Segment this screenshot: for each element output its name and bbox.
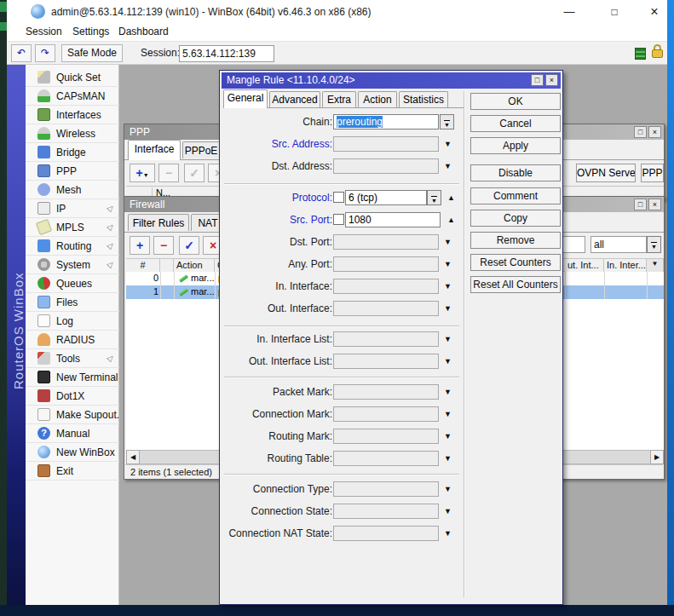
firewall-maximize-icon[interactable]: □ — [634, 199, 647, 210]
sidebar-item-bridge[interactable]: Bridge — [26, 143, 119, 162]
chain-combo-button[interactable]: ▼ — [440, 114, 454, 130]
dropdown-icon[interactable]: ▼ — [444, 282, 452, 291]
tab-extra[interactable]: Extra — [322, 91, 356, 107]
firewall-close-icon[interactable]: × — [648, 199, 661, 210]
sidebar-item-interfaces[interactable]: Interfaces — [26, 106, 119, 124]
dialog-maximize-icon[interactable]: □ — [531, 74, 544, 86]
any-port-input[interactable] — [333, 256, 439, 272]
ppp-maximize-icon[interactable]: □ — [634, 126, 647, 138]
dropdown-icon[interactable]: ▼ — [444, 388, 452, 396]
sidebar-item-quick-set[interactable]: Quick Set — [26, 68, 119, 87]
dialog-titlebar[interactable]: Mangle Rule <11.10.4.0/24> — [222, 72, 561, 89]
sidebar-item-ip[interactable]: IP▷ — [26, 199, 119, 218]
dropdown-icon[interactable]: ▼ — [444, 485, 452, 493]
sidebar-item-ppp[interactable]: PPP — [26, 162, 119, 181]
sidebar-item-wireless[interactable]: Wireless — [26, 124, 119, 143]
dialog-close-icon[interactable]: × — [545, 74, 558, 86]
routing-mark-input[interactable] — [333, 429, 439, 444]
dropdown-icon[interactable]: ▼ — [444, 140, 452, 148]
firewall-remove-button[interactable]: − — [153, 236, 174, 255]
sidebar-item-make-supout[interactable]: Make Supout.rif — [26, 406, 119, 424]
reset-counters-button[interactable]: Reset Counters — [470, 254, 561, 271]
tab-general[interactable]: General — [223, 89, 268, 108]
sidebar-item-tools[interactable]: Tools▷ — [26, 349, 119, 368]
sidebar-item-mesh[interactable]: Mesh — [26, 181, 119, 199]
close-button[interactable]: × — [642, 3, 667, 20]
dst-address-input[interactable] — [333, 158, 439, 174]
collapse-icon[interactable]: ▲ — [447, 193, 455, 202]
column-select-icon[interactable]: ▼ — [647, 259, 664, 273]
sidebar-item-dot1x[interactable]: Dot1X — [26, 387, 119, 406]
packet-mark-input[interactable] — [333, 384, 439, 400]
ppp-remove-button[interactable]: − — [158, 164, 179, 182]
scroll-right-icon[interactable]: ▶ — [650, 450, 664, 464]
connection-type-input[interactable] — [333, 481, 439, 497]
sidebar-item-new-winbox[interactable]: New WinBox — [26, 443, 119, 462]
ppp-enable-button[interactable]: ✓ — [184, 164, 205, 182]
apply-button[interactable]: Apply — [470, 137, 561, 154]
remove-button[interactable]: Remove — [470, 232, 561, 249]
tab-advanced[interactable]: Advanced — [269, 91, 320, 107]
src-port-input[interactable]: 1080 — [345, 212, 441, 227]
tab-statistics[interactable]: Statistics — [399, 91, 448, 107]
ok-button[interactable]: OK — [470, 93, 561, 110]
menu-settings[interactable]: Settings — [72, 26, 109, 37]
dropdown-icon[interactable]: ▼ — [444, 335, 452, 343]
src-address-input[interactable] — [333, 136, 439, 152]
sidebar-item-new-terminal[interactable]: New Terminal — [26, 368, 119, 387]
connection-state-input[interactable] — [333, 504, 439, 519]
sidebar-item-files[interactable]: Files — [26, 293, 119, 312]
sidebar-item-mpls[interactable]: MPLS▷ — [26, 218, 119, 237]
out-interface-list-input[interactable] — [333, 354, 439, 369]
firewall-chain-filter-dropdown[interactable]: all — [590, 236, 647, 253]
tab-action[interactable]: Action — [358, 91, 397, 107]
firewall-add-button[interactable]: + — [130, 236, 150, 255]
dropdown-icon[interactable]: ▼ — [444, 357, 452, 366]
sidebar-item-log[interactable]: Log — [26, 312, 119, 331]
ppp-scan-button[interactable]: PPP — [641, 164, 664, 182]
dropdown-icon[interactable]: ▼ — [444, 507, 452, 515]
scroll-left-icon[interactable]: ◀ — [126, 450, 140, 464]
reset-all-counters-button[interactable]: Reset All Counters — [470, 276, 561, 293]
dropdown-icon[interactable]: ▼ — [444, 529, 452, 538]
column-out-interface[interactable]: ut. Int... — [565, 259, 604, 273]
dst-port-input[interactable] — [333, 234, 439, 250]
safe-mode-button[interactable]: Safe Mode — [61, 44, 123, 62]
column-in-interface[interactable]: In. Inter... — [604, 259, 647, 273]
sidebar-item-radius[interactable]: RADIUS — [26, 331, 119, 349]
dropdown-icon[interactable]: ▼ — [444, 260, 452, 268]
protocol-input[interactable]: 6 (tcp) — [345, 190, 427, 205]
undo-icon[interactable]: ↶ — [11, 44, 32, 62]
protocol-combo-button[interactable]: ▼ — [427, 190, 441, 205]
dropdown-icon[interactable]: ▼ — [444, 454, 452, 463]
connection-nat-state-input[interactable] — [333, 526, 439, 541]
sidebar-item-capsman[interactable]: CAPsMAN — [26, 87, 119, 106]
disable-button[interactable]: Disable — [470, 164, 561, 181]
ppp-close-icon[interactable]: × — [648, 126, 661, 138]
dropdown-icon[interactable]: ▼ — [444, 432, 452, 440]
minimize-button[interactable]: — — [556, 3, 582, 20]
menu-session[interactable]: Session — [26, 26, 62, 37]
column-flags[interactable] — [160, 259, 174, 273]
sidebar-item-exit[interactable]: Exit — [26, 462, 119, 481]
dropdown-icon[interactable]: ▼ — [444, 162, 452, 170]
dropdown-icon[interactable]: ▼ — [444, 410, 452, 418]
ovpn-server-button[interactable]: OVPN Server — [576, 164, 636, 182]
firewall-tab-filter-rules[interactable]: Filter Rules — [128, 214, 189, 231]
copy-button[interactable]: Copy — [470, 210, 561, 227]
sidebar-item-queues[interactable]: Queues — [26, 274, 119, 293]
column-action[interactable]: Action — [174, 259, 215, 273]
column-number[interactable]: # — [126, 259, 160, 273]
cancel-button[interactable]: Cancel — [470, 115, 561, 132]
sidebar-item-routing[interactable]: Routing▷ — [26, 237, 119, 256]
dropdown-icon[interactable]: ▼ — [444, 304, 452, 313]
sidebar-item-manual[interactable]: ?Manual — [26, 424, 119, 443]
out-interface-input[interactable] — [333, 301, 439, 316]
ppp-add-button[interactable]: +▼ — [130, 164, 155, 182]
in-interface-input[interactable] — [333, 279, 439, 294]
chain-input[interactable]: prerouting — [333, 114, 439, 130]
protocol-not-checkbox[interactable] — [333, 192, 344, 203]
redo-icon[interactable]: ↷ — [35, 44, 55, 62]
dropdown-icon[interactable]: ▼ — [444, 238, 452, 246]
comment-button[interactable]: Comment — [470, 187, 561, 204]
